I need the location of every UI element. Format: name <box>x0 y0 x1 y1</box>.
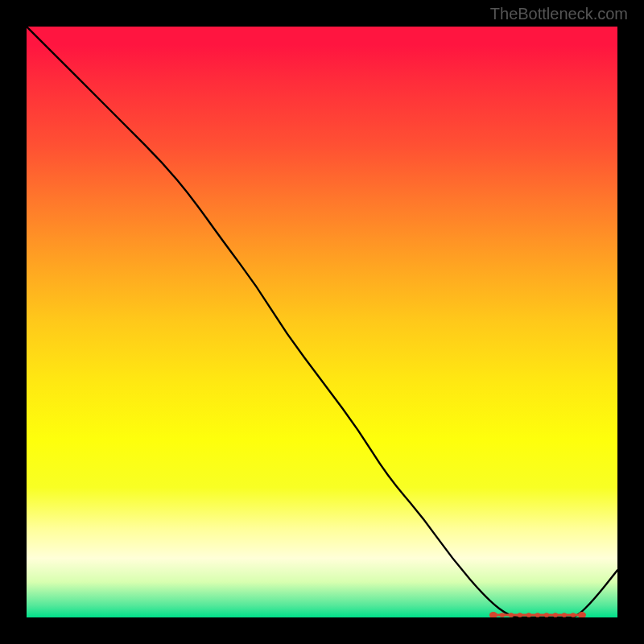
marker-dot <box>562 613 567 617</box>
plot-area <box>27 27 617 617</box>
marker-dot <box>544 613 549 617</box>
marker-dot <box>509 613 514 617</box>
marker-dot <box>526 613 531 617</box>
marker-dot <box>571 613 576 617</box>
marker-dot <box>500 613 505 617</box>
chart-svg <box>27 27 617 617</box>
watermark-text: TheBottleneck.com <box>490 5 628 23</box>
marker-dot <box>553 613 558 617</box>
marker-dot <box>535 613 540 617</box>
marker-dot <box>489 612 497 617</box>
line-curve <box>27 27 617 617</box>
marker-dot <box>518 613 522 617</box>
